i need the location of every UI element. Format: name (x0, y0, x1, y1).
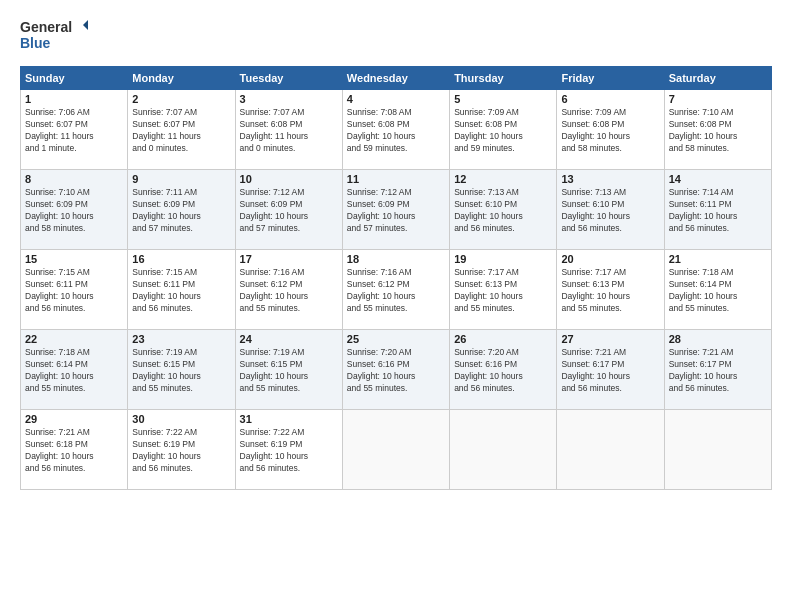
day-info: Sunrise: 7:19 AM Sunset: 6:15 PM Dayligh… (132, 347, 230, 395)
day-number: 3 (240, 93, 338, 105)
day-number: 12 (454, 173, 552, 185)
calendar-cell: 5Sunrise: 7:09 AM Sunset: 6:08 PM Daylig… (450, 90, 557, 170)
day-number: 1 (25, 93, 123, 105)
calendar-cell (450, 410, 557, 490)
calendar-cell: 2Sunrise: 7:07 AM Sunset: 6:07 PM Daylig… (128, 90, 235, 170)
calendar-header-row: SundayMondayTuesdayWednesdayThursdayFrid… (21, 67, 772, 90)
day-info: Sunrise: 7:20 AM Sunset: 6:16 PM Dayligh… (454, 347, 552, 395)
day-number: 8 (25, 173, 123, 185)
day-info: Sunrise: 7:09 AM Sunset: 6:08 PM Dayligh… (561, 107, 659, 155)
calendar-cell: 15Sunrise: 7:15 AM Sunset: 6:11 PM Dayli… (21, 250, 128, 330)
day-number: 17 (240, 253, 338, 265)
day-number: 2 (132, 93, 230, 105)
day-info: Sunrise: 7:10 AM Sunset: 6:09 PM Dayligh… (25, 187, 123, 235)
day-info: Sunrise: 7:11 AM Sunset: 6:09 PM Dayligh… (132, 187, 230, 235)
calendar-cell: 29Sunrise: 7:21 AM Sunset: 6:18 PM Dayli… (21, 410, 128, 490)
day-number: 31 (240, 413, 338, 425)
day-number: 16 (132, 253, 230, 265)
day-info: Sunrise: 7:17 AM Sunset: 6:13 PM Dayligh… (454, 267, 552, 315)
calendar-cell: 22Sunrise: 7:18 AM Sunset: 6:14 PM Dayli… (21, 330, 128, 410)
calendar-cell: 25Sunrise: 7:20 AM Sunset: 6:16 PM Dayli… (342, 330, 449, 410)
calendar-cell: 18Sunrise: 7:16 AM Sunset: 6:12 PM Dayli… (342, 250, 449, 330)
calendar-cell: 16Sunrise: 7:15 AM Sunset: 6:11 PM Dayli… (128, 250, 235, 330)
calendar-cell: 14Sunrise: 7:14 AM Sunset: 6:11 PM Dayli… (664, 170, 771, 250)
day-header-sunday: Sunday (21, 67, 128, 90)
day-number: 20 (561, 253, 659, 265)
day-info: Sunrise: 7:18 AM Sunset: 6:14 PM Dayligh… (25, 347, 123, 395)
day-info: Sunrise: 7:21 AM Sunset: 6:17 PM Dayligh… (561, 347, 659, 395)
day-info: Sunrise: 7:18 AM Sunset: 6:14 PM Dayligh… (669, 267, 767, 315)
day-info: Sunrise: 7:07 AM Sunset: 6:07 PM Dayligh… (132, 107, 230, 155)
calendar-cell: 20Sunrise: 7:17 AM Sunset: 6:13 PM Dayli… (557, 250, 664, 330)
calendar-cell: 13Sunrise: 7:13 AM Sunset: 6:10 PM Dayli… (557, 170, 664, 250)
day-info: Sunrise: 7:16 AM Sunset: 6:12 PM Dayligh… (240, 267, 338, 315)
day-info: Sunrise: 7:21 AM Sunset: 6:18 PM Dayligh… (25, 427, 123, 475)
calendar-cell (342, 410, 449, 490)
calendar-cell: 7Sunrise: 7:10 AM Sunset: 6:08 PM Daylig… (664, 90, 771, 170)
day-number: 9 (132, 173, 230, 185)
day-number: 27 (561, 333, 659, 345)
calendar-cell: 6Sunrise: 7:09 AM Sunset: 6:08 PM Daylig… (557, 90, 664, 170)
calendar-week-row: 29Sunrise: 7:21 AM Sunset: 6:18 PM Dayli… (21, 410, 772, 490)
day-number: 30 (132, 413, 230, 425)
day-number: 25 (347, 333, 445, 345)
day-number: 24 (240, 333, 338, 345)
day-header-wednesday: Wednesday (342, 67, 449, 90)
day-number: 15 (25, 253, 123, 265)
day-header-thursday: Thursday (450, 67, 557, 90)
calendar-cell: 23Sunrise: 7:19 AM Sunset: 6:15 PM Dayli… (128, 330, 235, 410)
calendar-cell: 26Sunrise: 7:20 AM Sunset: 6:16 PM Dayli… (450, 330, 557, 410)
day-number: 21 (669, 253, 767, 265)
day-info: Sunrise: 7:15 AM Sunset: 6:11 PM Dayligh… (25, 267, 123, 315)
day-info: Sunrise: 7:08 AM Sunset: 6:08 PM Dayligh… (347, 107, 445, 155)
day-number: 23 (132, 333, 230, 345)
calendar-cell: 11Sunrise: 7:12 AM Sunset: 6:09 PM Dayli… (342, 170, 449, 250)
svg-marker-3 (83, 20, 88, 30)
day-number: 7 (669, 93, 767, 105)
svg-text:Blue: Blue (20, 35, 51, 51)
calendar-cell: 12Sunrise: 7:13 AM Sunset: 6:10 PM Dayli… (450, 170, 557, 250)
logo-svg: General Blue (20, 16, 90, 56)
calendar-cell: 1Sunrise: 7:06 AM Sunset: 6:07 PM Daylig… (21, 90, 128, 170)
day-number: 26 (454, 333, 552, 345)
calendar-cell: 3Sunrise: 7:07 AM Sunset: 6:08 PM Daylig… (235, 90, 342, 170)
calendar-cell: 19Sunrise: 7:17 AM Sunset: 6:13 PM Dayli… (450, 250, 557, 330)
day-number: 22 (25, 333, 123, 345)
calendar-cell: 30Sunrise: 7:22 AM Sunset: 6:19 PM Dayli… (128, 410, 235, 490)
day-info: Sunrise: 7:12 AM Sunset: 6:09 PM Dayligh… (347, 187, 445, 235)
day-info: Sunrise: 7:21 AM Sunset: 6:17 PM Dayligh… (669, 347, 767, 395)
svg-text:General: General (20, 19, 72, 35)
day-info: Sunrise: 7:07 AM Sunset: 6:08 PM Dayligh… (240, 107, 338, 155)
day-info: Sunrise: 7:09 AM Sunset: 6:08 PM Dayligh… (454, 107, 552, 155)
day-number: 18 (347, 253, 445, 265)
calendar-cell: 24Sunrise: 7:19 AM Sunset: 6:15 PM Dayli… (235, 330, 342, 410)
calendar-cell: 31Sunrise: 7:22 AM Sunset: 6:19 PM Dayli… (235, 410, 342, 490)
day-info: Sunrise: 7:06 AM Sunset: 6:07 PM Dayligh… (25, 107, 123, 155)
day-info: Sunrise: 7:22 AM Sunset: 6:19 PM Dayligh… (132, 427, 230, 475)
calendar-cell: 10Sunrise: 7:12 AM Sunset: 6:09 PM Dayli… (235, 170, 342, 250)
day-info: Sunrise: 7:20 AM Sunset: 6:16 PM Dayligh… (347, 347, 445, 395)
day-number: 6 (561, 93, 659, 105)
calendar-cell (664, 410, 771, 490)
day-info: Sunrise: 7:14 AM Sunset: 6:11 PM Dayligh… (669, 187, 767, 235)
calendar-week-row: 1Sunrise: 7:06 AM Sunset: 6:07 PM Daylig… (21, 90, 772, 170)
day-info: Sunrise: 7:16 AM Sunset: 6:12 PM Dayligh… (347, 267, 445, 315)
day-info: Sunrise: 7:13 AM Sunset: 6:10 PM Dayligh… (561, 187, 659, 235)
day-number: 13 (561, 173, 659, 185)
day-info: Sunrise: 7:15 AM Sunset: 6:11 PM Dayligh… (132, 267, 230, 315)
calendar-cell: 28Sunrise: 7:21 AM Sunset: 6:17 PM Dayli… (664, 330, 771, 410)
calendar-cell: 4Sunrise: 7:08 AM Sunset: 6:08 PM Daylig… (342, 90, 449, 170)
day-number: 4 (347, 93, 445, 105)
day-number: 11 (347, 173, 445, 185)
day-header-friday: Friday (557, 67, 664, 90)
calendar-cell: 17Sunrise: 7:16 AM Sunset: 6:12 PM Dayli… (235, 250, 342, 330)
calendar-week-row: 22Sunrise: 7:18 AM Sunset: 6:14 PM Dayli… (21, 330, 772, 410)
day-number: 5 (454, 93, 552, 105)
day-info: Sunrise: 7:17 AM Sunset: 6:13 PM Dayligh… (561, 267, 659, 315)
calendar-week-row: 15Sunrise: 7:15 AM Sunset: 6:11 PM Dayli… (21, 250, 772, 330)
day-number: 29 (25, 413, 123, 425)
day-info: Sunrise: 7:12 AM Sunset: 6:09 PM Dayligh… (240, 187, 338, 235)
calendar-cell: 27Sunrise: 7:21 AM Sunset: 6:17 PM Dayli… (557, 330, 664, 410)
day-number: 10 (240, 173, 338, 185)
logo: General Blue (20, 16, 90, 56)
